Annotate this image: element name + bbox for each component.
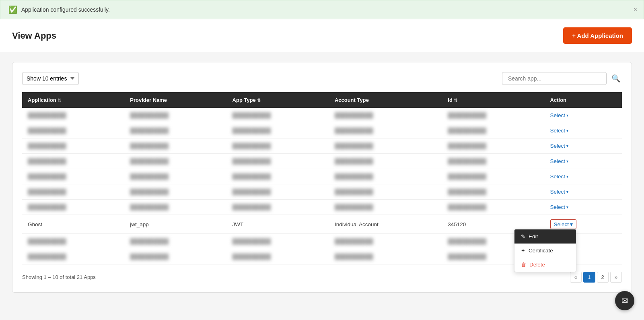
select-button[interactable]: Select ▾ — [550, 189, 569, 195]
apps-card: Show 10 entries Show 25 entries Show 50 … — [12, 62, 632, 293]
table-row: ████████████████████████████████████████… — [22, 138, 622, 154]
delete-icon: 🗑 — [521, 262, 526, 268]
caret-icon: ▾ — [566, 144, 568, 148]
caret-icon: ▾ — [570, 221, 573, 227]
certificate-icon: ✦ — [521, 248, 525, 254]
select-button[interactable]: Select ▾ — [550, 204, 569, 210]
caret-icon: ▾ — [566, 205, 568, 209]
dropdown-container: Select ▾ — [550, 173, 569, 180]
dropdown-container: Select ▾ — [550, 204, 569, 210]
certificate-label: Certificate — [529, 248, 553, 254]
cell-application: ██████████ — [22, 200, 124, 215]
cell-account_type: ██████████ — [329, 184, 442, 200]
col-action: Action — [545, 92, 622, 108]
action-cell: Select ▾ — [545, 200, 622, 215]
check-icon: ✅ — [8, 5, 17, 14]
table-row: ████████████████████████████████████████… — [22, 108, 622, 123]
page-header: View Apps + Add Application — [0, 19, 644, 52]
cell-id: ██████████ — [442, 154, 544, 169]
close-icon[interactable]: × — [634, 6, 637, 13]
cell-provider_name: jwt_app — [124, 215, 226, 234]
dropdown-item-certificate[interactable]: ✦Certificate — [514, 244, 576, 258]
cell-provider_name: ██████████ — [124, 138, 226, 154]
action-cell: Select ▾ — [545, 138, 622, 154]
cell-id: ██████████ — [442, 138, 544, 154]
table-row: ████████████████████████████████████████… — [22, 169, 622, 184]
cell-id: ██████████ — [442, 184, 544, 200]
sort-icon-id: ⇅ — [454, 98, 457, 103]
dropdown-container: Select ▾ — [550, 143, 569, 149]
showing-text: Showing 1 – 10 of total 21 Apps — [22, 274, 96, 280]
caret-icon: ▾ — [566, 128, 568, 133]
pagination-next[interactable]: » — [610, 272, 622, 283]
search-wrap: 🔍 — [502, 72, 622, 85]
cell-application: ██████████ — [22, 169, 124, 184]
col-id: Id ⇅ — [442, 92, 544, 108]
table-row: ████████████████████████████████████████… — [22, 200, 622, 215]
table-controls: Show 10 entries Show 25 entries Show 50 … — [22, 72, 622, 85]
cell-account_type: Individual Account — [329, 215, 442, 234]
cell-application: ██████████ — [22, 123, 124, 138]
caret-icon: ▾ — [566, 159, 568, 163]
add-application-button[interactable]: + Add Application — [563, 27, 632, 44]
dropdown-container: Select ▾ — [550, 158, 569, 164]
table-row: ████████████████████████████████████████… — [22, 154, 622, 169]
select-button[interactable]: Select ▾ — [550, 128, 569, 134]
dropdown-item-edit[interactable]: ✎Edit — [514, 229, 576, 244]
sort-icon-application: ⇅ — [58, 98, 61, 103]
apps-table: Application ⇅ Provider Name App Type ⇅ A… — [22, 92, 622, 264]
cell-account_type: ██████████ — [329, 249, 442, 264]
select-button[interactable]: Select ▾ — [550, 143, 569, 149]
select-button[interactable]: Select ▾ — [550, 219, 577, 229]
cell-id: ██████████ — [442, 200, 544, 215]
main-content: Show 10 entries Show 25 entries Show 50 … — [0, 52, 644, 302]
select-button[interactable]: Select ▾ — [550, 173, 569, 180]
dropdown-container: Select ▾ — [550, 128, 569, 134]
pagination-prev[interactable]: « — [570, 272, 582, 283]
success-message: Application configured successfully. — [21, 6, 110, 13]
cell-account_type: ██████████ — [329, 169, 442, 184]
cell-app_type: ██████████ — [227, 234, 329, 249]
cell-application: ██████████ — [22, 138, 124, 154]
cell-id: ██████████ — [442, 169, 544, 184]
cell-provider_name: ██████████ — [124, 108, 226, 123]
cell-provider_name: ██████████ — [124, 249, 226, 264]
caret-icon: ▾ — [566, 174, 568, 179]
select-button[interactable]: Select ▾ — [550, 158, 569, 164]
cell-id: ██████████ — [442, 123, 544, 138]
edit-label: Edit — [529, 233, 538, 239]
cell-application: ██████████ — [22, 249, 124, 264]
cell-app_type: ██████████ — [227, 123, 329, 138]
pagination-page-2[interactable]: 2 — [597, 272, 609, 283]
cell-account_type: ██████████ — [329, 108, 442, 123]
cell-app_type: JWT — [227, 215, 329, 234]
cell-application: ██████████ — [22, 108, 124, 123]
cell-application: ██████████ — [22, 234, 124, 249]
success-banner: ✅ Application configured successfully. × — [0, 0, 644, 19]
pagination-page-1[interactable]: 1 — [583, 272, 595, 283]
cell-provider_name: ██████████ — [124, 123, 226, 138]
col-application: Application ⇅ — [22, 92, 124, 108]
cell-provider_name: ██████████ — [124, 184, 226, 200]
cell-account_type: ██████████ — [329, 138, 442, 154]
select-button[interactable]: Select ▾ — [550, 112, 569, 118]
cell-app_type: ██████████ — [227, 108, 329, 123]
col-account-type: Account Type — [329, 92, 442, 108]
action-cell: Select ▾ — [545, 108, 622, 123]
search-input[interactable] — [502, 72, 607, 85]
cell-account_type: ██████████ — [329, 234, 442, 249]
pagination: « 1 2 » — [570, 272, 622, 283]
cell-app_type: ██████████ — [227, 184, 329, 200]
dropdown-item-delete[interactable]: 🗑Delete — [514, 258, 576, 272]
cell-app_type: ██████████ — [227, 169, 329, 184]
entries-select[interactable]: Show 10 entries Show 25 entries Show 50 … — [22, 72, 79, 85]
search-button[interactable]: 🔍 — [610, 72, 622, 85]
cell-application: ██████████ — [22, 184, 124, 200]
dropdown-container: Select ▾ — [550, 189, 569, 195]
col-provider-name: Provider Name — [124, 92, 226, 108]
table-row: Ghostjwt_appJWTIndividual Account345120S… — [22, 215, 622, 234]
cell-app_type: ██████████ — [227, 138, 329, 154]
delete-label: Delete — [529, 262, 545, 268]
table-footer: Showing 1 – 10 of total 21 Apps « 1 2 » — [22, 272, 622, 283]
col-app-type: App Type ⇅ — [227, 92, 329, 108]
